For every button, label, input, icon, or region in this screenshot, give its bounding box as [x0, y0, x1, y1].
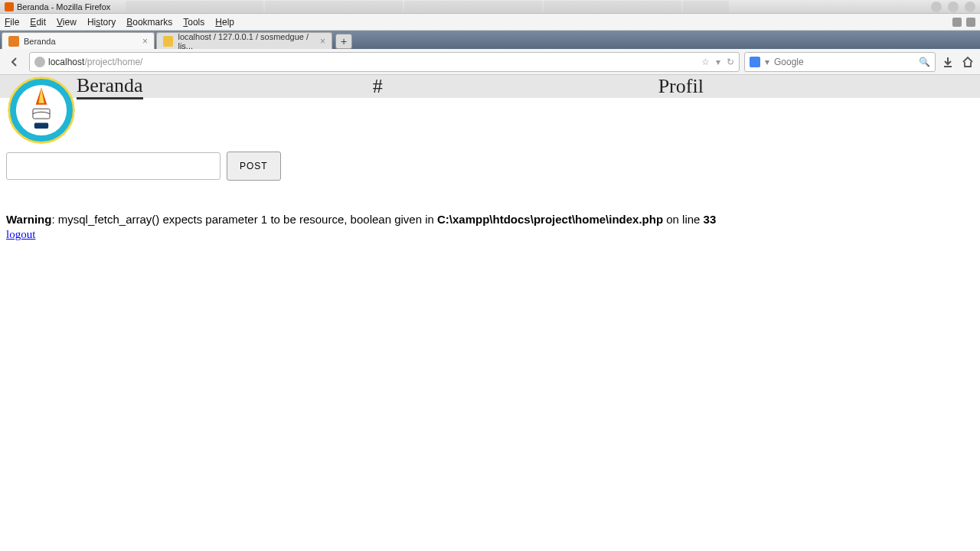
nav-hash[interactable]: #: [373, 75, 383, 98]
menu-file[interactable]: File: [5, 17, 19, 28]
menu-bookmarks[interactable]: Bookmarks: [126, 17, 172, 28]
home-button[interactable]: [960, 54, 975, 70]
menu-bar: File Edit View History Bookmarks Tools H…: [0, 14, 980, 31]
school-logo: [6, 75, 77, 145]
site-nav: Beranda # Profil: [0, 75, 980, 98]
browser-tab[interactable]: localhost / 127.0.0.1 / sosmedgue / lis.…: [156, 32, 332, 49]
dropdown-icon[interactable]: ▾: [716, 57, 720, 67]
tab-label: Beranda: [24, 37, 56, 46]
bookmark-star-icon[interactable]: ☆: [701, 57, 710, 67]
firefox-icon: [5, 2, 14, 11]
menu-view[interactable]: View: [57, 17, 77, 28]
search-input[interactable]: [774, 57, 914, 67]
downloads-button[interactable]: [940, 54, 956, 70]
window-title: Beranda - Mozilla Firefox: [17, 2, 110, 11]
os-tab-previews: [126, 1, 730, 13]
favicon-icon: [163, 36, 173, 47]
search-icon[interactable]: 🔍: [919, 57, 930, 67]
google-icon: [750, 57, 760, 67]
reload-button[interactable]: ↻: [727, 57, 734, 67]
search-dropdown-icon[interactable]: ▾: [765, 57, 769, 67]
favicon-icon: [8, 36, 19, 47]
os-titlebar: Beranda - Mozilla Firefox: [0, 0, 980, 14]
url-text: localhost/project/home/: [48, 57, 142, 67]
search-box[interactable]: ▾ 🔍: [744, 52, 936, 72]
nav-profil[interactable]: Profil: [658, 75, 704, 98]
menu-history[interactable]: History: [87, 17, 116, 28]
svg-rect-5: [34, 123, 48, 129]
url-bar[interactable]: localhost/project/home/ ☆ ▾ ↻: [29, 52, 740, 72]
addon-icon-2[interactable]: [966, 18, 975, 27]
tab-close-button[interactable]: ×: [320, 36, 325, 47]
tab-strip: Beranda × localhost / 127.0.0.1 / sosmed…: [0, 31, 980, 49]
tab-label: localhost / 127.0.0.1 / sosmedgue / lis.…: [178, 32, 320, 51]
maximize-button[interactable]: [948, 2, 959, 12]
post-button[interactable]: POST: [227, 152, 281, 181]
minimize-button[interactable]: [931, 2, 942, 12]
warning-message: Warning: mysql_fetch_array() expects par…: [0, 213, 980, 227]
menu-edit[interactable]: Edit: [30, 17, 46, 28]
post-form: POST: [0, 152, 980, 181]
globe-icon: [34, 57, 45, 67]
new-tab-button[interactable]: +: [335, 34, 352, 49]
nav-toolbar: localhost/project/home/ ☆ ▾ ↻ ▾ 🔍: [0, 49, 980, 75]
page-content: Beranda # Profil POST Warning: mysql_fet…: [0, 75, 980, 241]
logout-link[interactable]: logout: [6, 228, 35, 241]
nav-beranda[interactable]: Beranda: [77, 74, 143, 99]
menu-tools[interactable]: Tools: [183, 17, 204, 28]
svg-rect-4: [33, 109, 50, 119]
browser-tab-active[interactable]: Beranda ×: [2, 32, 155, 49]
post-input[interactable]: [6, 152, 220, 180]
menu-help[interactable]: Help: [215, 17, 234, 28]
addon-icon[interactable]: [952, 18, 962, 27]
back-button[interactable]: [5, 52, 24, 72]
close-window-button[interactable]: [965, 2, 975, 12]
tab-close-button[interactable]: ×: [142, 36, 148, 47]
